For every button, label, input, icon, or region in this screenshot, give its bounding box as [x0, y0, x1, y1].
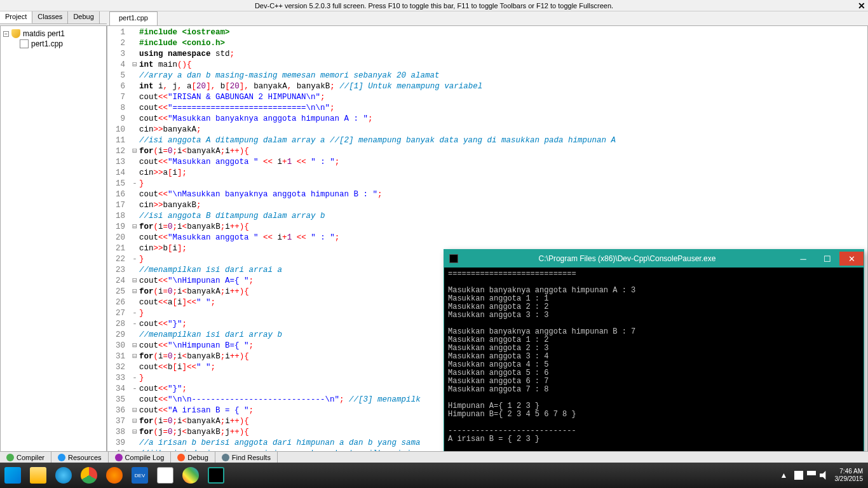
fold-icon	[130, 125, 139, 135]
fold-icon	[130, 157, 139, 168]
fold-icon	[130, 135, 139, 146]
taskbar-chrome[interactable]	[76, 463, 102, 488]
line-number: 5	[107, 71, 130, 81]
taskbar-console[interactable]	[203, 463, 229, 488]
code-line[interactable]: 9cout<<"Masukkan banyaknya anggota himpu…	[107, 114, 867, 125]
close-fullscreen-button[interactable]: ✕	[858, 1, 865, 11]
fold-icon[interactable]: ⊟	[130, 416, 139, 427]
fold-icon[interactable]: ⊟	[130, 351, 139, 362]
taskbar-explorer[interactable]	[25, 463, 51, 488]
tray-chevron-icon[interactable]: ▲	[780, 471, 788, 480]
fold-icon[interactable]: ⊟	[130, 146, 139, 157]
line-number: 13	[107, 157, 130, 168]
taskbar-devcpp[interactable]: DEV	[127, 463, 153, 488]
line-number: 12	[107, 146, 130, 157]
bottom-tab-debug[interactable]: Debug	[171, 452, 215, 463]
fold-icon[interactable]: ⊟	[130, 222, 139, 233]
line-number: 16	[107, 189, 130, 200]
line-number: 28	[107, 319, 130, 330]
windows-taskbar[interactable]: DEV ▲ 7:46 AM 3/29/2015	[0, 463, 868, 488]
bottom-tab-resources[interactable]: Resources	[51, 452, 109, 463]
code-line[interactable]: 1#include <iostream>	[107, 27, 867, 38]
system-tray[interactable]: ▲ 7:46 AM 3/29/2015	[780, 468, 868, 483]
code-line[interactable]: 4⊟int main(){	[107, 60, 867, 71]
code-line[interactable]: 16cout<<"\nMasukkan banyaknya anggota hi…	[107, 189, 867, 200]
code-line[interactable]: 13cout<<"Masukkan anggota " << i+1 << " …	[107, 157, 867, 168]
resources-icon	[58, 454, 65, 461]
line-number: 39	[107, 438, 130, 449]
code-line[interactable]: 12⊟for(i=0;i<banyakA;i++){	[107, 146, 867, 157]
line-number: 37	[107, 416, 130, 427]
tree-root-project[interactable]: − matdis pert1	[3, 29, 104, 39]
line-number: 38	[107, 427, 130, 438]
fold-icon[interactable]: ⊟	[130, 427, 139, 438]
bottom-tab-compiler[interactable]: Compiler	[0, 452, 51, 463]
fold-icon[interactable]: -	[130, 179, 139, 189]
bottom-tab-compilelog[interactable]: Compile Log	[109, 452, 172, 463]
fold-icon	[130, 168, 139, 179]
code-line[interactable]: 15-}	[107, 179, 867, 189]
taskbar-firefox[interactable]	[102, 463, 127, 488]
fold-icon[interactable]: -	[130, 308, 139, 319]
code-line[interactable]: 2#include <conio.h>	[107, 38, 867, 49]
code-line[interactable]: 11//isi anggota A ditampung dalam array …	[107, 135, 867, 146]
tree-root-label: matdis pert1	[23, 29, 65, 38]
tree-collapse-icon[interactable]: −	[3, 31, 9, 37]
tree-file-pert1[interactable]: pert1.cpp	[3, 39, 104, 49]
code-line[interactable]: 18//isi anggota B ditampung dalam array …	[107, 211, 867, 222]
bottom-tab-findresults[interactable]: Find Results	[215, 452, 278, 463]
fold-icon	[130, 114, 139, 125]
fold-icon[interactable]: ⊟	[130, 341, 139, 351]
line-number: 1	[107, 27, 130, 38]
search-icon	[222, 454, 229, 461]
code-line[interactable]: 8cout<<"============================\n\n…	[107, 103, 867, 114]
line-number: 31	[107, 351, 130, 362]
line-number: 21	[107, 243, 130, 254]
code-line[interactable]: 3using namespace std;	[107, 49, 867, 60]
code-line[interactable]: 14cin>>a[i];	[107, 168, 867, 179]
fold-icon[interactable]: -	[130, 373, 139, 384]
taskbar-paint[interactable]	[178, 463, 203, 488]
line-number: 22	[107, 254, 130, 265]
fold-icon[interactable]: ⊟	[130, 287, 139, 297]
clock-time: 7:46 AM	[835, 468, 864, 475]
code-line[interactable]: 17cin>>banyakB;	[107, 200, 867, 211]
fold-icon[interactable]: -	[130, 254, 139, 265]
console-minimize-button[interactable]: ─	[791, 252, 815, 266]
tray-action-center-icon[interactable]	[794, 471, 803, 480]
start-button[interactable]	[0, 463, 25, 488]
taskbar-clock[interactable]: 7:46 AM 3/29/2015	[835, 468, 864, 483]
fullscreen-title: Dev-C++ version 5.2.0.3 full screen. Pre…	[255, 2, 613, 10]
fold-icon[interactable]: ⊟	[130, 405, 139, 416]
code-line[interactable]: 19⊟for(i=0;i<banyakB;i++){	[107, 222, 867, 233]
tray-volume-icon[interactable]	[820, 471, 829, 480]
code-line[interactable]: 5//array a dan b masing-masing memesan m…	[107, 71, 867, 81]
code-line[interactable]: 6int i, j, a[20], b[20], banyakA, banyak…	[107, 81, 867, 92]
taskbar-ie[interactable]	[51, 463, 76, 488]
panel-tab-classes[interactable]: Classes	[32, 11, 68, 24]
line-number: 3	[107, 49, 130, 60]
console-maximize-button[interactable]: ☐	[815, 252, 839, 266]
fold-icon[interactable]: -	[130, 319, 139, 330]
line-number: 24	[107, 276, 130, 287]
code-line[interactable]: 20cout<<"Masukkan anggota " << i+1 << " …	[107, 233, 867, 243]
code-line[interactable]: 7cout<<"IRISAN & GABUNGAN 2 HIMPUNAN\n";	[107, 92, 867, 103]
fold-icon	[130, 438, 139, 449]
line-number: 20	[107, 233, 130, 243]
panel-tab-project[interactable]: Project	[0, 11, 32, 24]
debug-icon	[177, 454, 185, 461]
fold-icon[interactable]: -	[130, 384, 139, 395]
console-output[interactable]: ============================ Masukkan ba…	[444, 268, 864, 479]
editor-tab-pert1[interactable]: pert1.cpp	[109, 11, 158, 25]
fold-icon[interactable]: ⊟	[130, 276, 139, 287]
code-line[interactable]: 10cin>>banyakA;	[107, 125, 867, 135]
console-titlebar[interactable]: C:\Program Files (x86)\Dev-Cpp\ConsolePa…	[444, 250, 864, 268]
tray-network-icon[interactable]	[807, 471, 816, 480]
fold-icon	[130, 49, 139, 60]
fold-icon[interactable]: ⊟	[130, 60, 139, 71]
taskbar-notepad[interactable]	[153, 463, 178, 488]
panel-tab-debug[interactable]: Debug	[68, 11, 99, 24]
console-close-button[interactable]: ✕	[839, 252, 864, 266]
fullscreen-bar: Dev-C++ version 5.2.0.3 full screen. Pre…	[0, 0, 868, 11]
console-window[interactable]: C:\Program Files (x86)\Dev-Cpp\ConsolePa…	[444, 249, 864, 460]
